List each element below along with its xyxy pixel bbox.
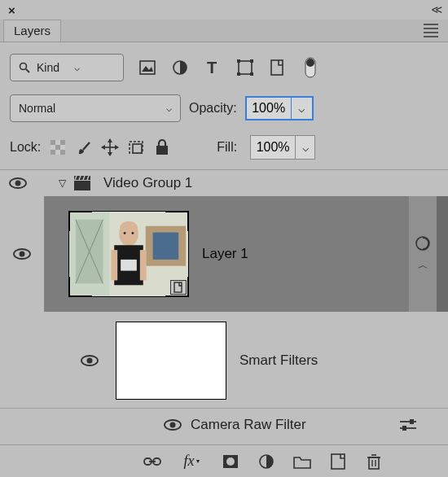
svg-rect-8 <box>250 59 253 63</box>
filter-name[interactable]: Camera Raw Filter <box>191 417 306 433</box>
filter-smartobject-icon[interactable] <box>269 59 287 77</box>
svg-rect-16 <box>60 140 65 145</box>
svg-rect-49 <box>121 260 137 271</box>
svg-rect-17 <box>55 145 60 150</box>
layer-name[interactable]: Layer 1 <box>202 246 248 262</box>
smart-object-badge-icon <box>170 280 187 295</box>
svg-marker-25 <box>101 145 105 150</box>
svg-point-13 <box>306 59 314 67</box>
layer-style-icon[interactable]: fx▾ <box>179 453 204 470</box>
visibility-toggle-crf[interactable] <box>163 418 182 431</box>
svg-marker-24 <box>108 152 112 156</box>
svg-line-1 <box>26 69 29 72</box>
collapse-filters-icon[interactable]: ︿ <box>418 258 428 273</box>
fill-label: Fill: <box>217 140 237 155</box>
svg-rect-71 <box>332 454 345 469</box>
opacity-label: Opacity: <box>189 101 237 116</box>
svg-rect-54 <box>140 250 147 280</box>
svg-marker-26 <box>115 145 119 150</box>
new-layer-icon[interactable] <box>329 453 347 470</box>
filter-toggle-switch[interactable] <box>301 59 319 77</box>
lock-label: Lock: <box>10 140 41 155</box>
svg-point-58 <box>87 358 93 364</box>
lock-position-icon[interactable] <box>101 138 119 156</box>
lock-paint-icon[interactable] <box>75 138 93 156</box>
layer-row[interactable]: Layer 1 <box>44 196 409 312</box>
new-group-icon[interactable] <box>293 453 311 470</box>
smart-filters-label: Smart Filters <box>239 352 318 369</box>
chevron-down-icon: ⌵ <box>74 62 80 73</box>
opacity-dropdown-icon[interactable]: ⌵ <box>291 98 312 119</box>
svg-rect-2 <box>140 61 155 74</box>
svg-rect-46 <box>153 233 179 260</box>
svg-marker-3 <box>142 66 153 72</box>
svg-marker-23 <box>108 138 112 142</box>
delete-layer-icon[interactable] <box>365 453 383 470</box>
smart-filter-visibility-icon[interactable] <box>415 235 431 252</box>
svg-rect-9 <box>237 72 240 76</box>
svg-rect-53 <box>111 250 117 280</box>
fill-dropdown-icon[interactable]: ⌵ <box>295 136 314 159</box>
filter-blending-options-icon[interactable] <box>399 418 417 431</box>
svg-rect-28 <box>133 144 142 153</box>
filter-pixel-icon[interactable] <box>138 59 156 77</box>
svg-point-31 <box>15 181 21 186</box>
close-icon[interactable]: × <box>8 3 15 17</box>
filter-kind-select[interactable]: Kind ⌵ <box>10 54 124 81</box>
lock-transparency-icon[interactable] <box>49 138 67 156</box>
lock-artboard-icon[interactable] <box>127 138 145 156</box>
filter-shape-icon[interactable] <box>236 59 254 77</box>
svg-rect-6 <box>239 61 252 74</box>
layer-thumbnail[interactable] <box>68 211 189 297</box>
add-mask-icon[interactable] <box>222 453 239 470</box>
filter-mask-thumbnail[interactable] <box>116 322 226 400</box>
fill-input-group[interactable]: ⌵ <box>250 135 315 160</box>
blend-mode-select[interactable]: Normal ⌵ <box>10 94 181 122</box>
chevron-down-icon: ⌵ <box>166 103 172 114</box>
video-group-icon <box>74 176 90 190</box>
svg-rect-72 <box>369 457 379 469</box>
new-adjustment-layer-icon[interactable] <box>257 453 275 470</box>
opacity-input-group[interactable]: ⌵ <box>245 96 314 120</box>
svg-rect-29 <box>156 146 168 155</box>
collapse-panel-icon[interactable]: << <box>432 3 440 16</box>
svg-rect-19 <box>60 150 65 155</box>
lock-all-icon[interactable] <box>153 138 171 156</box>
link-layers-icon[interactable] <box>143 453 161 470</box>
svg-point-51 <box>124 232 126 234</box>
svg-point-50 <box>120 221 138 234</box>
svg-line-20 <box>83 142 90 150</box>
svg-point-69 <box>226 457 235 466</box>
visibility-toggle-group[interactable] <box>8 177 28 190</box>
svg-text:T: T <box>207 59 217 76</box>
blend-mode-value: Normal <box>19 102 152 115</box>
svg-rect-32 <box>74 181 90 190</box>
panel-menu-icon[interactable] <box>424 21 438 40</box>
svg-rect-7 <box>237 59 240 63</box>
filter-kind-label: Kind <box>37 61 59 74</box>
svg-rect-55 <box>174 282 182 292</box>
svg-rect-63 <box>410 419 414 424</box>
visibility-toggle-smartfilters[interactable] <box>80 354 99 367</box>
filter-adjustment-icon[interactable] <box>171 59 189 77</box>
svg-point-56 <box>416 237 429 250</box>
expand-group-icon[interactable]: ▽ <box>59 177 66 189</box>
svg-point-60 <box>170 422 176 428</box>
visibility-toggle-layer1[interactable] <box>12 247 32 260</box>
group-name[interactable]: Video Group 1 <box>103 175 192 191</box>
svg-rect-10 <box>250 72 253 76</box>
fill-input[interactable] <box>251 140 295 155</box>
svg-point-52 <box>132 232 134 234</box>
svg-rect-11 <box>271 60 283 75</box>
svg-point-39 <box>20 252 25 257</box>
svg-rect-64 <box>402 426 406 431</box>
svg-point-0 <box>20 63 27 70</box>
svg-rect-15 <box>51 140 55 145</box>
search-icon <box>19 62 30 73</box>
filter-type-icon[interactable]: T <box>204 59 222 77</box>
tab-layers[interactable]: Layers <box>3 20 61 42</box>
svg-rect-18 <box>51 150 55 155</box>
opacity-input[interactable] <box>247 101 291 116</box>
